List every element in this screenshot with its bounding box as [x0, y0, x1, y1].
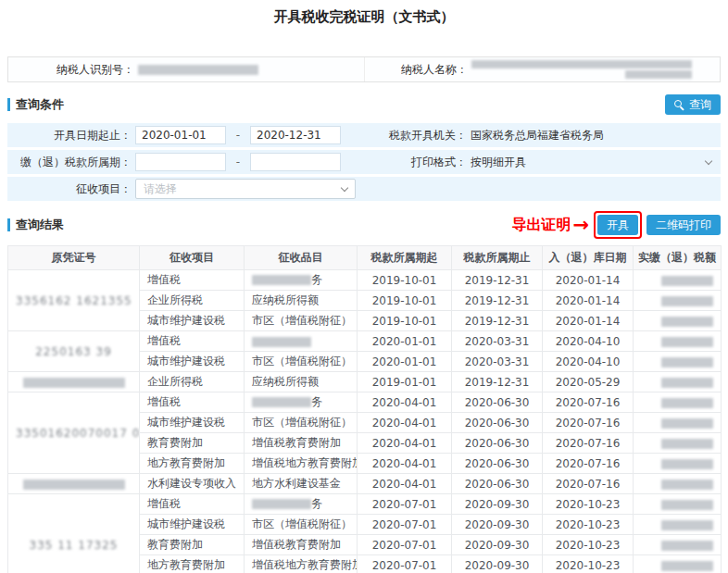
levy-item-cell: 增值税: [140, 331, 245, 352]
issue-button-highlight-box: 开具: [594, 211, 642, 239]
levy-item-placeholder: 请选择: [144, 181, 177, 197]
taxpayer-name-redacted-line2: [625, 70, 692, 79]
paid-amount-cell: [634, 291, 722, 311]
paid-amount-cell: [634, 515, 722, 535]
storage-date-cell: 2020-01-14: [543, 291, 634, 311]
result-row: 企业所得税应纳税所得额2019-01-012019-12-312020-05-2…: [8, 372, 722, 392]
paid-amount-cell: [634, 311, 722, 331]
amount-redacted-bar: [661, 296, 713, 306]
period-start-cell: 2020-07-01: [358, 555, 452, 573]
issue-date-start-input[interactable]: [135, 126, 226, 144]
subitem-suffix-text: 务: [311, 497, 322, 510]
result-row: 水利建设专项收入地方水利建设基金2020-04-012020-06-302020…: [8, 474, 722, 494]
query-results-title: 查询结果: [16, 217, 64, 233]
storage-date-cell: 2020-04-10: [543, 352, 634, 372]
result-row: 3356162 1621355增值税务2019-10-012019-12-312…: [8, 270, 722, 291]
levy-item-cell: 城市维护建设税: [140, 311, 245, 331]
paid-amount-cell: [634, 352, 722, 372]
period-start-cell: 2020-04-01: [358, 454, 452, 474]
amount-redacted-bar: [661, 337, 713, 347]
amount-redacted-bar: [661, 561, 713, 571]
period-start-cell: 2020-07-01: [358, 515, 452, 535]
amount-redacted-bar: [661, 459, 713, 469]
levy-subitem-cell: 市区（增值税附征）: [245, 413, 358, 433]
levy-item-cell: 地方教育费附加: [140, 454, 245, 474]
period-start-cell: 2019-01-01: [358, 372, 452, 392]
period-start-cell: 2020-04-01: [358, 433, 452, 454]
period-start-cell: 2020-04-01: [358, 413, 452, 433]
tax-period-end-input[interactable]: [250, 153, 341, 171]
result-row: 2250163 39增值税2020-01-012020-03-312020-04…: [8, 331, 722, 352]
voucher-redacted-text: 33501620070017 01: [16, 427, 140, 440]
levy-subitem-cell: 务: [245, 494, 358, 515]
results-table-body: 3356162 1621355增值税务2019-10-012019-12-312…: [8, 270, 722, 573]
period-end-cell: 2020-09-30: [452, 535, 543, 555]
amount-redacted-bar: [661, 520, 713, 530]
print-format-label: 打印格式：: [367, 155, 471, 170]
tax-period-start-input[interactable]: [135, 153, 226, 171]
period-start-cell: 2020-04-01: [358, 474, 452, 494]
voucher-redacted-text: 335 11 17325: [30, 539, 119, 552]
storage-date-cell: 2020-07-16: [543, 454, 634, 474]
storage-date-cell: 2020-01-14: [543, 270, 634, 291]
query-conditions-header: 查询条件 查询: [7, 92, 721, 118]
levy-subitem-cell: 市区（增值税附征）: [245, 515, 358, 535]
subitem-redacted-bar: [252, 275, 311, 285]
result-row: 335 11 17325增值税务2020-07-012020-09-302020…: [8, 494, 722, 515]
annotation-arrow-icon: →: [572, 216, 589, 235]
levy-subitem-cell: 增值税地方教育费附加: [245, 555, 358, 573]
levy-subitem-cell: 务: [245, 270, 358, 291]
levy-item-select[interactable]: 请选择: [135, 179, 356, 199]
subitem-suffix-text: 务: [311, 395, 322, 408]
column-header: 税款所属期止: [452, 246, 543, 270]
amount-redacted-bar: [661, 357, 713, 367]
paid-amount-cell: [634, 535, 722, 555]
column-header: 实缴（退）税额: [634, 246, 722, 270]
amount-redacted-bar: [661, 541, 713, 551]
subitem-redacted-bar: [252, 337, 311, 347]
levy-item-cell: 地方教育费附加: [140, 555, 245, 573]
amount-redacted-bar: [661, 276, 713, 286]
storage-date-cell: 2020-07-16: [543, 392, 634, 413]
amount-redacted-bar: [661, 378, 713, 388]
period-end-cell: 2020-06-30: [452, 454, 543, 474]
paid-amount-cell: [634, 555, 722, 573]
period-end-cell: 2019-12-31: [452, 311, 543, 331]
paid-amount-cell: [634, 494, 722, 515]
tax-certificate-page: 开具税收完税证明（文书式） 纳税人识别号： 纳税人名称： 查询条件 查询 开具日…: [0, 0, 728, 573]
amount-redacted-bar: [661, 439, 713, 449]
levy-subitem-cell: 增值税地方教育费附加: [245, 454, 358, 474]
levy-item-cell: 水利建设专项收入: [140, 474, 245, 494]
print-format-select[interactable]: 按明细开具: [471, 155, 711, 170]
issue-date-end-input[interactable]: [250, 126, 341, 144]
print-format-field: 打印格式： 按明细开具: [367, 155, 721, 170]
chevron-down-icon: [341, 183, 348, 191]
paid-amount-cell: [634, 474, 722, 494]
column-header: 税款所属期起: [358, 246, 452, 270]
voucher-number-cell: [8, 372, 140, 392]
results-table: 原凭证号征收项目征收品目税款所属期起税款所属期止入（退）库日期实缴（退）税额 3…: [7, 245, 722, 573]
page-title: 开具税收完税证明（文书式）: [0, 0, 728, 26]
levy-subitem-cell: [245, 331, 358, 352]
voucher-redacted-bar: [23, 378, 125, 388]
taxpayer-name-label: 纳税人名称：: [365, 62, 471, 78]
form-row-2: 缴（退）税款所属期： - 打印格式： 按明细开具: [7, 150, 721, 174]
voucher-redacted-text: 3356162 1621355: [16, 294, 132, 307]
column-header: 原凭证号: [8, 246, 140, 270]
amount-redacted-bar: [661, 500, 713, 510]
period-end-cell: 2020-09-30: [452, 494, 543, 515]
issue-button[interactable]: 开具: [597, 215, 638, 235]
period-end-cell: 2020-06-30: [452, 474, 543, 494]
amount-redacted-bar: [661, 317, 713, 327]
period-end-cell: 2020-09-30: [452, 555, 543, 573]
period-end-cell: 2020-06-30: [452, 392, 543, 413]
qr-code-print-button[interactable]: 二维码打印: [646, 215, 721, 235]
levy-subitem-cell: 增值税教育费附加: [245, 433, 358, 454]
levy-subitem-cell: 地方水利建设基金: [245, 474, 358, 494]
levy-item-cell: 企业所得税: [140, 372, 245, 392]
search-button[interactable]: 查询: [665, 94, 721, 115]
paid-amount-cell: [634, 413, 722, 433]
levy-item-cell: 城市维护建设税: [140, 413, 245, 433]
levy-subitem-cell: 应纳税所得额: [245, 291, 358, 311]
subitem-suffix-text: 务: [311, 273, 322, 286]
